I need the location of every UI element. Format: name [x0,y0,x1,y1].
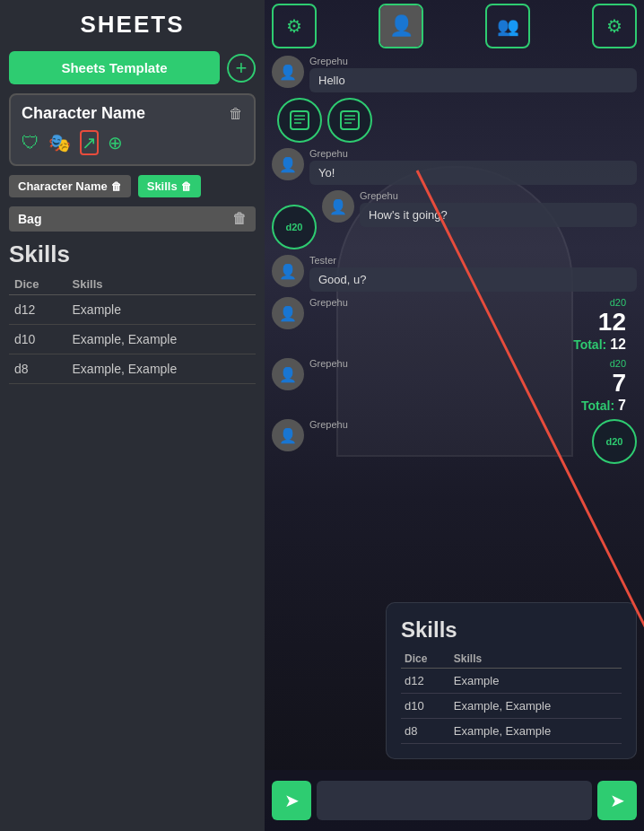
sheet-icon-row [272,98,637,143]
dice-total-row: Total: 12 [573,337,626,353]
skills-table: Dice Skills d12Exampled10Example, Exampl… [9,274,256,384]
chat-username: Grepehu [309,419,587,430]
chat-username: Grepehu [360,190,637,201]
dice-type-label: d20 [610,297,626,308]
dice-cell: d8 [9,354,67,384]
dice-roll-value-2: 7 [612,369,626,398]
settings-button-left[interactable]: ⚙ [272,4,317,48]
dice-column-header: Dice [9,274,67,295]
table-row: d12Example [9,295,256,325]
chat-content: Grepehu Hello [309,56,637,92]
dice-result-2: d20 7 Total: 7 [581,358,633,414]
d20-right-button[interactable]: d20 [592,419,637,464]
send-button-right[interactable]: ➤ [597,781,637,820]
add-action-icon[interactable]: ⊕ [108,132,123,153]
character-name-tab[interactable]: Character Name 🗑 [9,175,131,197]
chat-message: 👤 Tester Good, u? [272,255,637,292]
add-sheet-button[interactable]: + [227,54,256,83]
table-row: d8Example, Example [401,719,622,744]
character-name-header: Character Name 🗑 [22,104,243,123]
total-label: Total: [573,337,606,352]
delete-bag-icon[interactable]: 🗑 [232,211,247,227]
settings-button-right[interactable]: ⚙ [592,4,637,48]
mask-icon[interactable]: 🎭 [48,132,71,153]
table-row: d10Example, Example [401,694,622,719]
delete-skills-tab-icon[interactable]: 🗑 [181,180,192,193]
d20-roll-button[interactable]: d20 [272,205,317,249]
input-row: ➤ ➤ [265,770,644,831]
float-skill-cell: Example, Example [450,694,622,719]
bag-label: Bag [18,212,41,226]
skills-heading: Skills [9,241,256,268]
character-name-title: Character Name [22,104,145,123]
skills-column-header: Skills [67,274,256,295]
chat-content: Grepehu [309,358,576,371]
float-skills-header: Skills [450,650,622,669]
sheet-icon-2[interactable] [327,98,372,143]
users-button[interactable]: 👥 [485,4,530,48]
chat-message: 👤 Grepehu d20 12 Total: 12 [272,297,633,353]
character-name-block: Character Name 🗑 🛡 🎭 ↗ ⊕ [9,93,256,166]
avatar-image: 👤 [380,5,422,47]
table-row: d12Example [401,669,622,694]
skills-section: Skills Dice Skills d12Exampled10Example,… [9,241,256,384]
avatar: 👤 [272,358,304,390]
chat-bubble: Good, u? [309,267,637,292]
float-dice-header: Dice [401,650,450,669]
sheet-icon-1[interactable] [277,98,322,143]
left-panel: SHEETS Sheets Template + Character Name … [0,0,265,831]
float-dice-cell: d10 [401,694,450,719]
float-skill-cell: Example [450,669,622,694]
app-title: SHEETS [80,11,184,39]
chat-message-extra: 👤 Grepehu d20 [272,419,637,464]
avatar: 👤 [272,419,304,451]
chat-username: Grepehu [309,297,568,308]
dice-roll-block-2: 👤 Grepehu d20 7 Total: 7 [272,358,637,414]
chat-bubble: How's it going? [360,203,637,227]
chat-username: Grepehu [309,56,637,66]
delete-character-icon[interactable]: 🗑 [229,106,243,122]
chat-message: 👤 Grepehu Yo! [272,148,637,185]
total-value-2: 7 [618,398,626,414]
skill-cell: Example, Example [67,354,256,384]
skill-cell: Example [67,295,256,325]
dice-cell: d10 [9,325,67,354]
d20-row: d20 👤 Grepehu How's it going? [272,190,637,249]
top-icon-row: ⚙ 👤 👥 ⚙ [265,0,644,52]
chat-content: Tester Good, u? [309,255,637,292]
chat-bubble: Hello [309,68,637,92]
avatar: 👤 [322,190,354,223]
svg-rect-0 [291,111,309,129]
chat-content: Grepehu [309,419,587,432]
chat-content: Grepehu [309,297,568,310]
chat-message: 👤 Grepehu Hello [272,56,637,92]
chat-username: Tester [309,255,637,266]
dice-type-label-2: d20 [610,358,626,369]
bag-row: Bag 🗑 [9,206,256,232]
sub-items-row: Character Name 🗑 Skills 🗑 [9,175,256,197]
float-skill-cell: Example, Example [450,719,622,744]
table-row: d10Example, Example [9,325,256,354]
total-label-2: Total: [581,398,614,413]
total-value: 12 [610,337,626,353]
skills-float-table: Dice Skills d12Exampled10Example, Exampl… [401,650,622,744]
avatar: 👤 [272,148,304,180]
sheets-template-button[interactable]: Sheets Template [9,51,220,84]
chat-message: 👤 Grepehu How's it going? [322,190,637,227]
external-link-icon[interactable]: ↗ [80,130,99,155]
float-dice-cell: d8 [401,719,450,744]
skills-tab[interactable]: Skills 🗑 [138,175,201,197]
sheets-template-row: Sheets Template + [9,51,256,84]
character-action-row: 🛡 🎭 ↗ ⊕ [22,130,243,155]
chat-input[interactable] [317,781,592,820]
chat-content: Grepehu How's it going? [360,190,637,227]
skill-cell: Example, Example [67,325,256,354]
skills-float-title: Skills [401,617,622,643]
delete-tab-icon[interactable]: 🗑 [111,180,122,193]
chat-message: 👤 Grepehu d20 7 Total: 7 [272,358,633,414]
svg-rect-4 [341,111,359,129]
chat-username: Grepehu [309,358,576,369]
send-button-left[interactable]: ➤ [272,781,311,820]
shield-icon[interactable]: 🛡 [22,133,39,153]
avatar-button[interactable]: 👤 [379,4,423,48]
